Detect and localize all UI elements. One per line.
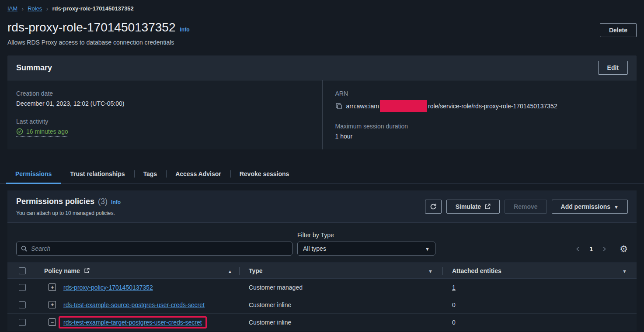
remove-button[interactable]: Remove — [505, 200, 547, 214]
max-session-label: Maximum session duration — [335, 123, 628, 130]
tab-revoke-sessions[interactable]: Revoke sessions — [230, 164, 299, 183]
filter-caret-icon[interactable] — [622, 267, 627, 274]
external-link-icon — [484, 204, 491, 210]
page-header-text: rds-proxy-role-1701450137352 Info Allows… — [7, 21, 189, 46]
search-input[interactable] — [16, 242, 292, 256]
role-description: Allows RDS Proxy access to database conn… — [7, 39, 189, 46]
chevron-right-icon — [21, 5, 24, 12]
creation-date-value: December 01, 2023, 12:02 (UTC-05:00) — [16, 100, 313, 107]
next-page-button[interactable] — [598, 245, 611, 253]
tab-tags[interactable]: Tags — [134, 164, 167, 183]
summary-card: Summary Edit Creation date December 01, … — [7, 55, 637, 149]
permissions-header-text: Permissions policies (3) Info You can at… — [16, 197, 121, 216]
sort-ascending-icon[interactable] — [228, 267, 232, 274]
type-filter-group: Filter by Type All types — [297, 232, 435, 256]
policy-type: Customer inline — [239, 301, 442, 308]
policy-type: Customer inline — [239, 319, 442, 326]
attached-entities-header: Attached entities — [442, 263, 637, 278]
policy-name-header[interactable]: Policy name — [37, 263, 239, 278]
delete-button[interactable]: Delete — [600, 23, 637, 37]
expand-icon[interactable] — [49, 284, 56, 291]
type-filter-select[interactable]: All types — [297, 242, 435, 256]
breadcrumb: IAM Roles rds-proxy-role-1701450137352 — [0, 0, 644, 15]
current-page-number[interactable]: 1 — [585, 246, 597, 252]
policies-table-header: Policy name Type Attached entities — [7, 263, 637, 279]
page-title: rds-proxy-role-1701450137352 — [7, 21, 175, 35]
collapse-icon[interactable] — [49, 318, 56, 326]
settings-gear-icon[interactable] — [620, 244, 628, 253]
max-session-field: Maximum session duration 1 hour — [335, 123, 628, 140]
row-checkbox[interactable] — [19, 319, 26, 326]
arn-label: ARN — [335, 90, 628, 97]
pagination: 1 — [571, 244, 628, 256]
filter-caret-icon[interactable] — [428, 267, 433, 274]
row-checkbox[interactable] — [19, 301, 26, 308]
permissions-description: You can attach up to 10 managed policies… — [16, 210, 121, 216]
success-check-circle-icon — [16, 128, 23, 135]
policy-name-link[interactable]: rds-test-example-target-postgres-user-cr… — [63, 319, 202, 326]
previous-page-button[interactable] — [571, 245, 585, 253]
table-row: rds-proxy-policy-1701450137352 Customer … — [7, 279, 637, 296]
last-activity-value: 16 minutes ago — [16, 128, 68, 137]
table-row: rds-test-example-target-postgres-user-cr… — [7, 314, 637, 331]
chevron-right-icon — [46, 5, 48, 12]
tab-trust-relationships[interactable]: Trust relationships — [61, 164, 134, 183]
page-header: rds-proxy-role-1701450137352 Info Allows… — [0, 15, 644, 55]
type-filter-label: Filter by Type — [297, 232, 435, 239]
arn-value: arn:aws:iam role/service-role/rds-proxy-… — [346, 100, 557, 112]
iam-role-detail-page: IAM Roles rds-proxy-role-1701450137352 r… — [0, 0, 644, 332]
max-session-value: 1 hour — [335, 133, 628, 140]
chevron-down-icon — [425, 245, 430, 252]
permissions-info-link[interactable]: Info — [111, 199, 121, 205]
tab-access-advisor[interactable]: Access Advisor — [166, 164, 230, 183]
annotation-highlight-box: rds-test-example-target-postgres-user-cr… — [59, 316, 207, 329]
policies-table: Policy name Type Attached entities — [7, 263, 637, 331]
row-checkbox[interactable] — [19, 284, 26, 291]
creation-date-field: Creation date December 01, 2023, 12:02 (… — [16, 90, 313, 107]
external-link-icon — [84, 268, 90, 273]
summary-card-header: Summary Edit — [7, 55, 637, 80]
copy-icon[interactable] — [335, 103, 342, 110]
type-header: Type — [239, 263, 442, 278]
policy-name-link[interactable]: rds-proxy-policy-1701450137352 — [63, 284, 153, 291]
select-all-checkbox[interactable] — [19, 267, 26, 274]
refresh-button[interactable] — [425, 200, 442, 214]
tab-permissions[interactable]: Permissions — [6, 164, 61, 183]
type-filter-value: All types — [303, 245, 326, 252]
summary-title: Summary — [16, 63, 52, 73]
permissions-actions: Simulate Remove Add permissions — [425, 200, 628, 214]
permissions-panel-header: Permissions policies (3) Info You can at… — [7, 190, 637, 223]
summary-right-column: ARN arn:aws:iam role/service-role/rds-pr… — [322, 80, 637, 149]
permissions-title: Permissions policies — [16, 197, 94, 206]
breadcrumb-roles-link[interactable]: Roles — [28, 5, 42, 12]
simulate-button[interactable]: Simulate — [446, 200, 500, 214]
policy-name-link[interactable]: rds-test-example-source-postgres-user-cr… — [63, 301, 205, 308]
summary-card-body: Creation date December 01, 2023, 12:02 (… — [7, 80, 637, 149]
title-info-link[interactable]: Info — [180, 27, 189, 33]
chevron-down-icon — [614, 203, 619, 210]
permissions-policies-panel: Permissions policies (3) Info You can at… — [7, 190, 637, 331]
select-all-cell — [7, 267, 37, 274]
arn-field: ARN arn:aws:iam role/service-role/rds-pr… — [335, 90, 628, 112]
attached-entities-count: 0 — [442, 301, 637, 308]
creation-date-label: Creation date — [16, 90, 313, 97]
search-box — [16, 242, 292, 256]
table-row: rds-test-example-source-postgres-user-cr… — [7, 296, 637, 314]
arn-redaction-box — [380, 100, 427, 112]
attached-entities-link[interactable]: 1 — [452, 284, 456, 291]
last-activity-label: Last activity — [16, 118, 313, 125]
add-permissions-button[interactable]: Add permissions — [552, 200, 628, 214]
role-tabs: Permissions Trust relationships Tags Acc… — [0, 164, 644, 184]
summary-left-column: Creation date December 01, 2023, 12:02 (… — [7, 80, 322, 149]
attached-entities-count: 0 — [442, 319, 637, 326]
permissions-count: (3) — [98, 197, 108, 206]
breadcrumb-iam-link[interactable]: IAM — [7, 5, 17, 12]
filter-row: Filter by Type All types 1 — [7, 223, 637, 263]
refresh-icon — [430, 203, 437, 210]
edit-button[interactable]: Edit — [598, 61, 628, 75]
expand-icon[interactable] — [49, 301, 56, 308]
breadcrumb-current: rds-proxy-role-1701450137352 — [52, 5, 133, 12]
last-activity-field: Last activity 16 minutes ago — [16, 118, 313, 137]
policy-type: Customer managed — [239, 284, 442, 291]
